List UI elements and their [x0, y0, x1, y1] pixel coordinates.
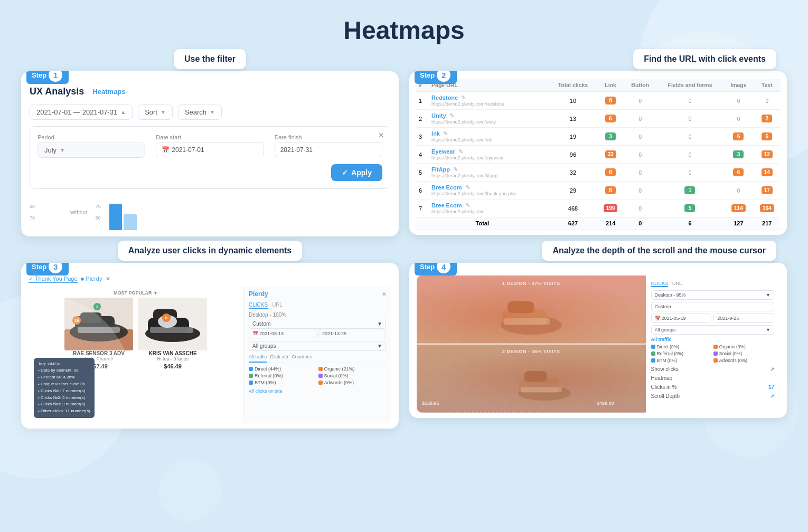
sp-scroll-depth-label: Scroll Depth — [651, 393, 680, 399]
edit-icon[interactable]: ✎ — [465, 202, 470, 208]
cb-social-box — [318, 374, 323, 378]
tab-countries[interactable]: Countries — [292, 354, 312, 363]
tab-all-traffic[interactable]: All traffic — [249, 354, 267, 363]
scroll-tab-url[interactable]: URL — [672, 281, 682, 287]
panel-tab-url[interactable]: URL — [272, 302, 283, 309]
sp-cb2: Referral (0%) — [651, 351, 712, 356]
row-button: 0 — [624, 92, 656, 110]
shoe1-container — [494, 291, 568, 338]
svg-rect-19 — [521, 387, 562, 392]
chevron-down-icon2: ▼ — [210, 109, 215, 115]
sp-clicks-k: Clicks in % 17 — [651, 384, 774, 390]
groups-select[interactable]: All groups ▼ — [249, 341, 386, 351]
date-finish-input[interactable]: 2021-07-31 — [275, 142, 382, 157]
sp-heatmap: Heatmap — [651, 375, 774, 381]
svg-rect-4 — [80, 312, 101, 323]
sp-cb1-box — [651, 345, 655, 349]
period-select[interactable]: July ▼ — [37, 142, 145, 158]
edit-icon[interactable]: ✎ — [443, 130, 448, 137]
date-range-select[interactable]: 2021-07-01 — 2021-07-31 ▲ — [30, 104, 133, 120]
all-clicks-link[interactable]: All clicks on site — [249, 388, 386, 394]
date-from-val: 2021-08-13 — [259, 331, 284, 336]
tab-thank-you[interactable]: ✓ Thank You Page — [29, 276, 78, 283]
chevron-icon: ▲ — [120, 109, 126, 115]
sp-cb2-box — [651, 352, 655, 356]
url-name[interactable]: Redstone ✎ — [431, 94, 546, 101]
panel-tab-clicks[interactable]: CLICKS — [249, 302, 268, 309]
chevron-down-icon7: ▼ — [766, 327, 771, 332]
cb-social: Social (0%) — [318, 373, 387, 378]
all-traffic-link[interactable]: All traffic — [651, 337, 774, 342]
svg-rect-15 — [504, 318, 550, 325]
close-icon[interactable]: ✕ — [378, 131, 384, 139]
step4-card: Step 4 1 DESIGN - 37% VISITS — [409, 263, 787, 418]
url-name[interactable]: Unity ✎ — [431, 112, 546, 119]
period-label: Period — [37, 134, 145, 140]
most-popular-label: MOST POPULAR ▼ — [33, 290, 239, 296]
url-name[interactable]: Eyewear ✎ — [431, 148, 546, 155]
tab-x[interactable]: ✕ — [106, 276, 110, 283]
row-image: 0 — [724, 92, 753, 110]
edit-icon[interactable]: ✎ — [449, 112, 454, 119]
sp-groups-select[interactable]: All groups ▼ — [651, 325, 774, 335]
row-fields: 5 — [656, 200, 724, 217]
date-finish-value: 2021-07-31 — [280, 146, 313, 154]
sp-date-from[interactable]: 📅 2021-05-19 — [651, 314, 712, 323]
heat-badge-1: 19 — [72, 316, 81, 325]
without-label: without — [70, 210, 91, 215]
row-text: 17 — [754, 182, 781, 200]
tab-other[interactable]: ■ Plerdy — [81, 276, 102, 283]
row-fields: 0 — [656, 146, 724, 164]
row-total: 10 — [549, 92, 597, 110]
url-name[interactable]: Ink ✎ — [431, 130, 546, 137]
row-button: 0 — [624, 164, 656, 182]
col-text: Text — [754, 79, 781, 92]
step2-number: 2 — [437, 71, 450, 82]
row-link: 199 — [597, 200, 624, 217]
url-name[interactable]: Bree Ecom ✎ — [431, 202, 546, 209]
row-total: 96 — [549, 146, 597, 164]
row-button: 0 — [624, 146, 656, 164]
zone2-content: 2 DESIGN - 36% VISITS — [417, 349, 646, 354]
step2-badge: Step 2 — [415, 71, 457, 84]
scroll-panel: CLICKS URL Desktop - 95% ▼ Custom 📅 2021… — [646, 276, 779, 413]
tooltip-url: Find the URL with click events — [633, 49, 776, 69]
edit-icon[interactable]: ✎ — [458, 148, 463, 155]
edit-icon[interactable]: ✎ — [465, 184, 470, 191]
desktop-select[interactable]: Custom ▼ — [249, 319, 386, 329]
panel-date-to[interactable]: 2021-13-25 — [318, 329, 386, 338]
period-value: July — [44, 146, 57, 154]
sort-label: Sort — [145, 108, 157, 116]
apply-button[interactable]: Apply — [331, 164, 382, 181]
url-name[interactable]: FitApp ✎ — [431, 166, 546, 173]
panel-dates: 📅 2021-08-13 2021-13-25 — [249, 329, 386, 338]
total-clicks: 627 — [549, 217, 597, 230]
row-fields: 1 — [656, 182, 724, 200]
url-path: https://demo2.plerdy.com — [431, 209, 546, 214]
edit-icon[interactable]: ✎ — [461, 94, 466, 101]
svg-rect-5 — [78, 327, 120, 333]
sp-custom-select[interactable]: Custom — [651, 302, 774, 311]
url-name[interactable]: Bree Ecom ✎ — [431, 184, 546, 191]
sp-cb3n: Adwords (0%) — [713, 358, 774, 363]
tooltip-dynamic: Analyze user clicks in dynamic elements — [118, 241, 302, 261]
scroll-tab-clicks[interactable]: CLICKS — [651, 281, 669, 287]
row-link: 8 — [597, 164, 624, 182]
search-select[interactable]: Search ▼ — [178, 104, 222, 120]
zone2-label: 2 DESIGN - 36% VISITS — [502, 349, 560, 354]
panel-date-from[interactable]: 📅 2021-08-13 — [249, 329, 316, 338]
row-total: 19 — [549, 128, 597, 146]
table-row: 1 Redstone ✎ https://demo2.plerdy.com/re… — [416, 92, 781, 110]
sort-select[interactable]: Sort ▼ — [138, 104, 173, 120]
sp-date-to[interactable]: 2021-9-25 — [713, 314, 774, 323]
sp-desktop-select[interactable]: Desktop - 95% ▼ — [651, 290, 774, 300]
edit-icon[interactable]: ✎ — [453, 166, 458, 173]
step1-card: Step 1 UX Analysis Heatmaps 2021-07-01 —… — [21, 71, 399, 236]
tab-click-attr[interactable]: Click attr — [270, 354, 288, 363]
date-start-input[interactable]: 📅 2021-07-01 — [156, 142, 264, 157]
url-table: # Page URL Total clicks Link Button Fiel… — [416, 79, 781, 230]
panel-x[interactable]: ✕ — [382, 291, 386, 297]
chart-label-80: 80 — [30, 204, 35, 209]
row-total: 13 — [549, 110, 597, 128]
table-row: 2 Unity ✎ https://demo2.plerdy.com/unity… — [416, 110, 781, 128]
